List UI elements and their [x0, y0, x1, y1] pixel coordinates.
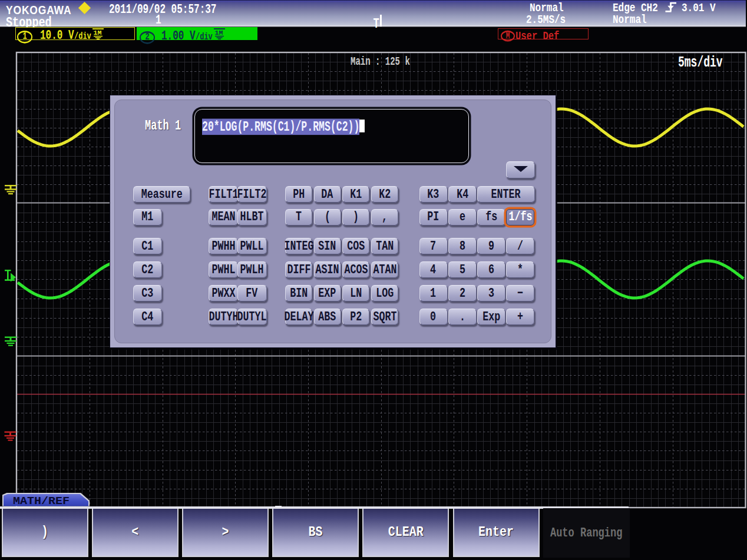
svg-text:1M: 1M: [94, 29, 102, 37]
svg-text:1M: 1M: [215, 29, 223, 37]
